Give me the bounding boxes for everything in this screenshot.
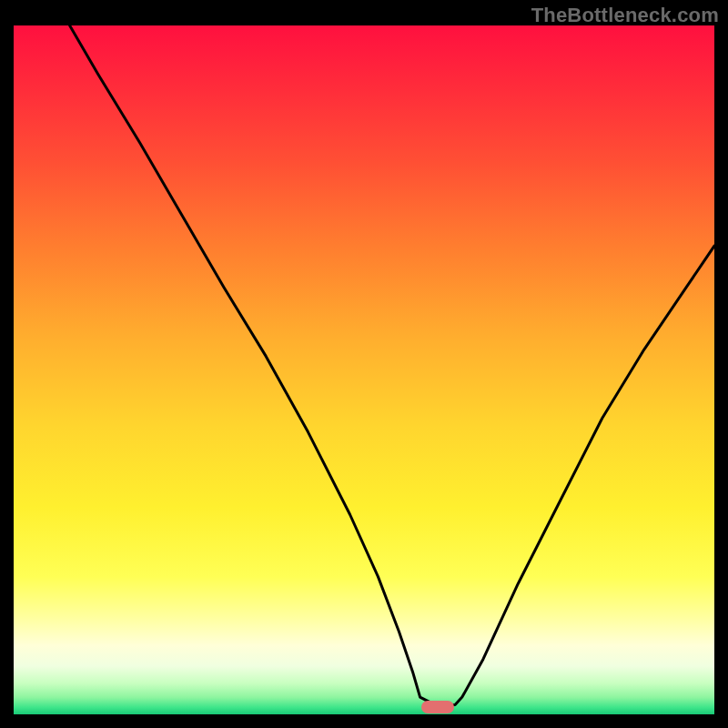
plot-area <box>14 25 714 714</box>
chart-frame: TheBottleneck.com <box>0 0 728 728</box>
chart-background-gradient <box>14 25 714 714</box>
watermark-text: TheBottleneck.com <box>531 4 719 27</box>
chart-svg <box>14 25 714 714</box>
optimal-marker <box>421 701 454 713</box>
